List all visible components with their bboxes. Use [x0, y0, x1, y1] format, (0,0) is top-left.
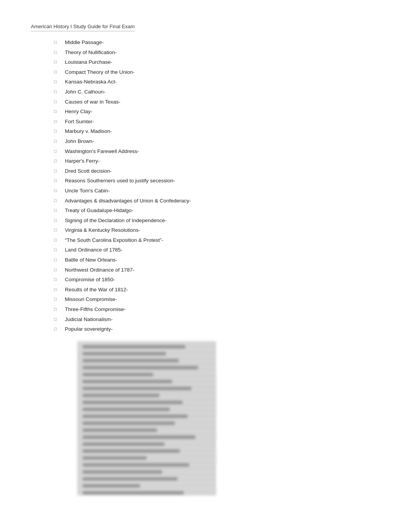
bullet-icon: □ — [54, 276, 63, 283]
list-item-text: Uncle Tom's Cabin- — [65, 187, 110, 195]
list-item-text: Fort Sumter- — [65, 117, 94, 126]
list-item-text: Middle Passage- — [65, 38, 104, 47]
list-item-text: Battle of New Orleans- — [65, 256, 117, 264]
list-item-text: Reasons Southerners used to justify sece… — [65, 177, 175, 185]
bullet-icon: □ — [54, 237, 63, 244]
list-item: □Battle of New Orleans- — [54, 256, 379, 264]
bullet-icon: □ — [54, 128, 63, 135]
list-item: □Compact Theory of the Union- — [54, 68, 379, 76]
list-item: □Advantages & disadvantages of Union & C… — [54, 197, 379, 205]
list-item-text: Signing of the Declaration of Independen… — [65, 216, 166, 225]
list-item-text: Dred Scott decision- — [65, 167, 112, 175]
bullet-icon: □ — [54, 306, 63, 313]
list-item-text: Results of the War of 1812- — [65, 286, 128, 294]
list-item: □Marbury v. Madison- — [54, 127, 379, 136]
list-item-text: Northwest Ordinance of 1787- — [65, 266, 134, 274]
study-list: □Middle Passage-□Theory of Nullification… — [31, 38, 379, 333]
list-item-text: Causes of war in Texas- — [65, 98, 120, 106]
blurred-content — [77, 341, 216, 496]
list-item-text: Harper's Ferry- — [65, 157, 100, 165]
bullet-icon: □ — [54, 39, 63, 46]
list-item-text: John C. Calhoun- — [65, 88, 105, 96]
list-item-text: Popular sovereignty- — [65, 325, 113, 333]
list-item: □Causes of war in Texas- — [54, 98, 379, 106]
list-item-text: Washington's Farewell Address- — [65, 147, 139, 156]
list-item-text: Land Ordinance of 1785- — [65, 246, 122, 254]
bullet-icon: □ — [54, 207, 63, 214]
list-item: □Popular sovereignty- — [54, 325, 379, 333]
list-item-text: Compact Theory of the Union- — [65, 68, 135, 76]
list-item: □Compromise of 1850- — [54, 275, 379, 284]
bullet-icon: □ — [54, 88, 63, 95]
list-item: □Fort Sumter- — [54, 117, 379, 126]
list-item-text: Treaty of Guadalupe-Hidalgo- — [65, 206, 133, 215]
list-item: □Northwest Ordinance of 1787- — [54, 266, 379, 274]
list-item-text: Compromise of 1850- — [65, 275, 115, 284]
list-item-text: John Brown- — [65, 137, 94, 146]
list-item: □Theory of Nullification- — [54, 48, 379, 57]
bullet-icon: □ — [54, 118, 63, 125]
list-item: □Washington's Farewell Address- — [54, 147, 379, 156]
list-item-text: Three-Fifths Compromise- — [65, 305, 126, 314]
list-item: □Louisiana Purchase- — [54, 58, 379, 66]
page-title: American History I Study Guide for Final… — [31, 24, 135, 31]
bullet-icon: □ — [54, 138, 63, 145]
list-item: □Judicial Nationalism- — [54, 315, 379, 324]
bullet-icon: □ — [54, 148, 63, 155]
list-item: □Results of the War of 1812- — [54, 286, 379, 294]
list-item: □“The South Carolina Exposition & Protes… — [54, 236, 379, 245]
bullet-icon: □ — [54, 187, 63, 194]
list-item: □Harper's Ferry- — [54, 157, 379, 165]
list-item-text: “The South Carolina Exposition & Protest… — [65, 236, 163, 245]
list-item-text: Judicial Nationalism- — [65, 315, 113, 324]
bullet-icon: □ — [54, 177, 63, 184]
list-item: □Middle Passage- — [54, 38, 379, 47]
bullet-icon: □ — [54, 59, 63, 66]
bullet-icon: □ — [54, 197, 63, 204]
bullet-icon: □ — [54, 227, 63, 234]
list-item: □Uncle Tom's Cabin- — [54, 187, 379, 195]
bullet-icon: □ — [54, 78, 63, 85]
bullet-icon: □ — [54, 246, 63, 253]
bullet-icon: □ — [54, 286, 63, 293]
list-item-text: Missouri Compromise- — [65, 295, 117, 304]
list-item-text: Advantages & disadvantages of Union & Co… — [65, 197, 191, 205]
list-item-text: Virginia & Kentucky Resolutions- — [65, 226, 141, 235]
bullet-icon: □ — [54, 267, 63, 274]
list-item: □John Brown- — [54, 137, 379, 146]
list-item-text: Marbury v. Madison- — [65, 127, 112, 136]
bullet-icon: □ — [54, 99, 63, 105]
bullet-icon: □ — [54, 326, 63, 333]
list-item: □Henry Clay- — [54, 107, 379, 116]
bullet-icon: □ — [54, 168, 63, 175]
bullet-icon: □ — [54, 217, 63, 224]
list-item: □Missouri Compromise- — [54, 295, 379, 304]
list-item: □Virginia & Kentucky Resolutions- — [54, 226, 379, 235]
bullet-icon: □ — [54, 158, 63, 165]
list-item: □Reasons Southerners used to justify sec… — [54, 177, 379, 185]
list-item: □Land Ordinance of 1785- — [54, 246, 379, 254]
list-item: □Treaty of Guadalupe-Hidalgo- — [54, 206, 379, 215]
list-item-text: Theory of Nullification- — [65, 48, 117, 57]
bullet-icon: □ — [54, 257, 63, 263]
blurred-section — [77, 341, 216, 496]
list-item: □Signing of the Declaration of Independe… — [54, 216, 379, 225]
bullet-icon: □ — [54, 108, 63, 115]
list-item: □Dred Scott decision- — [54, 167, 379, 175]
list-item: □Kansas-Nebraska Act- — [54, 78, 379, 86]
list-item: □Three-Fifths Compromise- — [54, 305, 379, 314]
list-item: □John C. Calhoun- — [54, 88, 379, 96]
list-item-text: Henry Clay- — [65, 107, 92, 116]
page-container: American History I Study Guide for Final… — [31, 23, 379, 496]
bullet-icon: □ — [54, 49, 63, 56]
list-item-text: Louisiana Purchase- — [65, 58, 112, 66]
bullet-icon: □ — [54, 316, 63, 323]
bullet-icon: □ — [54, 296, 63, 303]
bullet-icon: □ — [54, 69, 63, 76]
list-item-text: Kansas-Nebraska Act- — [65, 78, 117, 86]
